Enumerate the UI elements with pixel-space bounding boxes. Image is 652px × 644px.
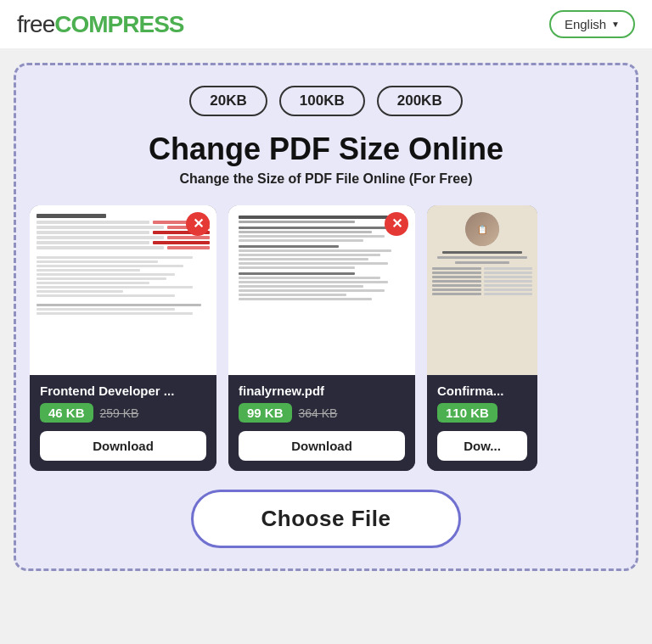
size-badge-100kb[interactable]: 100KB [279, 86, 365, 116]
confirm-avatar: 📋 [465, 212, 499, 246]
file-preview-2: ✕ [228, 205, 415, 375]
old-size-2: 364 KB [299, 406, 338, 420]
choose-file-button[interactable]: Choose File [191, 490, 462, 548]
new-size-3: 110 KB [437, 403, 497, 423]
card-sizes-1: 46 KB 259 KB [40, 403, 206, 423]
old-size-1: 259 KB [100, 406, 139, 420]
upload-area: 20KB 100KB 200KB Change PDF Size Online … [14, 63, 638, 571]
file-card-3: 📋 [427, 205, 537, 471]
card-info-3: Confirma... 110 KB Dow... [427, 375, 537, 471]
filename-1: Frontend Developer ... [40, 384, 206, 398]
main-content: 20KB 100KB 200KB Change PDF Size Online … [0, 49, 652, 585]
logo-compress: COMPRESS [54, 11, 183, 37]
chevron-down-icon: ▼ [611, 20, 620, 29]
download-button-1[interactable]: Download [40, 431, 206, 461]
file-card-1: ✕ [30, 205, 216, 471]
download-button-2[interactable]: Download [239, 431, 405, 461]
choose-file-wrap: Choose File [30, 490, 622, 548]
header: freeCOMPRESS English ▼ [0, 0, 652, 49]
card-sizes-3: 110 KB [437, 403, 527, 423]
language-label: English [565, 17, 606, 31]
file-preview-1: ✕ [30, 205, 216, 375]
card-sizes-2: 99 KB 364 KB [239, 403, 405, 423]
file-cards-row: ✕ [30, 205, 622, 471]
download-button-3[interactable]: Dow... [437, 431, 527, 461]
page-title: Change PDF Size Online [30, 132, 622, 166]
size-badge-20kb[interactable]: 20KB [189, 86, 267, 116]
new-size-1: 46 KB [40, 403, 93, 423]
size-badges-row: 20KB 100KB 200KB [30, 86, 622, 116]
logo: freeCOMPRESS [17, 11, 184, 38]
card-info-2: finalyrnew.pdf 99 KB 364 KB Download [228, 375, 415, 471]
language-selector[interactable]: English ▼ [549, 10, 635, 38]
card-info-1: Frontend Developer ... 46 KB 259 KB Down… [30, 375, 216, 471]
logo-free: free [17, 11, 54, 37]
page-subtitle: Change the Size of PDF File Online (For … [30, 171, 622, 187]
file-card-2: ✕ [228, 205, 415, 471]
new-size-2: 99 KB [239, 403, 292, 423]
file-preview-3: 📋 [427, 205, 537, 375]
size-badge-200kb[interactable]: 200KB [377, 86, 463, 116]
confirm-preview: 📋 [427, 205, 537, 375]
filename-2: finalyrnew.pdf [239, 384, 405, 398]
filename-3: Confirma... [437, 384, 527, 398]
